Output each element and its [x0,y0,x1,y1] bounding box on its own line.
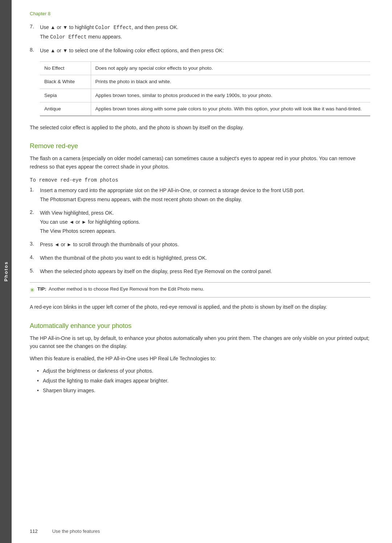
sidebar: Photos [0,0,12,543]
step-text: Press ◄ or ► to scroll through the thumb… [40,241,370,248]
step-text: When the thumbnail of the photo you want… [40,254,370,262]
table-option: Black & White [40,75,91,89]
step-7-number: 7. [30,24,37,42]
auto-enhance-para2: When this feature is enabled, the HP All… [30,354,370,362]
table-description: Does not apply any special color effects… [91,62,370,75]
step-7: 7. Use ▲ or ▼ to highlight Color Effect,… [30,24,370,42]
step-number: 4. [30,254,37,263]
step-number: 1. [30,187,37,205]
step-7-content: Use ▲ or ▼ to highlight Color Effect, an… [40,24,370,42]
table-row: Black & WhitePrints the photo in black a… [40,75,370,89]
footer-text: Use the photo features [52,528,100,534]
step-subtext2: The View Photos screen appears. [40,227,370,235]
bullet-list: Adjust the brightness or darkness of you… [37,367,370,394]
table-option: Sepia [40,89,91,102]
table-row: SepiaApplies brown tones, similar to pho… [40,89,370,102]
step-content: With View highlighted, press OK.You can … [40,209,370,236]
step-8-text: Use ▲ or ▼ to select one of the followin… [40,47,370,54]
tip-icon: ✳ [30,287,34,293]
list-item: Adjust the brightness or darkness of you… [37,367,370,375]
tip-box: ✳ TIP: Another method is to choose Red E… [30,282,370,297]
step-text: When the selected photo appears by itsel… [40,268,370,275]
step-8-number: 8. [30,47,37,56]
sidebar-label: Photos [3,261,9,281]
list-item: Adjust the lighting to make dark images … [37,377,370,385]
remove-redeye-subheading: To remove red-eye from photos [30,177,370,183]
remove-redeye-heading: Remove red-eye [30,142,370,150]
step-8-content: Use ▲ or ▼ to select one of the followin… [40,47,370,56]
step-number: 2. [30,209,37,236]
step-content: When the thumbnail of the photo you want… [40,254,370,263]
step-subtext1: You can use ◄ or ► for highlighting opti… [40,218,370,226]
step-content: When the selected photo appears by itsel… [40,268,370,277]
color-effects-table: No EffectDoes not apply any special colo… [40,61,370,116]
step-number: 5. [30,268,37,277]
redeye-step-3: 3.Press ◄ or ► to scroll through the thu… [30,241,370,250]
step-content: Press ◄ or ► to scroll through the thumb… [40,241,370,250]
page-number: 112 [30,528,38,534]
step-number: 3. [30,241,37,250]
after-table-text: The selected color effect is applied to … [30,123,370,131]
redeye-step-2: 2.With View highlighted, press OK.You ca… [30,209,370,236]
step-subtext: The Photosmart Express menu appears, wit… [40,196,370,203]
step-7-text: Use ▲ or ▼ to highlight Color Effect, an… [40,24,370,32]
redeye-step-4: 4.When the thumbnail of the photo you wa… [30,254,370,263]
step-content: Insert a memory card into the appropriat… [40,187,370,205]
remove-redeye-intro: The flash on a camera (especially on old… [30,154,370,171]
step-8: 8. Use ▲ or ▼ to select one of the follo… [30,47,370,56]
table-option: No Effect [40,62,91,75]
tip-text: TIP: Another method is to choose Red Eye… [37,286,204,292]
main-content: Chapter 8 7. Use ▲ or ▼ to highlight Col… [12,0,392,543]
page-footer: 112 Use the photo features [30,528,370,534]
step-7-subtext: The Color Effect menu appears. [40,33,370,41]
table-description: Applies brown tones along with some pale… [91,102,370,116]
table-row: No EffectDoes not apply any special colo… [40,62,370,75]
table-description: Prints the photo in black and white. [91,75,370,89]
redeye-step-1: 1.Insert a memory card into the appropri… [30,187,370,205]
color-table-wrapper: No EffectDoes not apply any special colo… [40,61,370,116]
auto-enhance-heading: Automatically enhance your photos [30,322,370,330]
auto-enhance-para1: The HP All-in-One is set up, by default,… [30,334,370,350]
table-description: Applies brown tones, similar to photos p… [91,89,370,102]
list-item: Sharpen blurry images. [37,387,370,394]
chapter-header: Chapter 8 [30,11,370,16]
after-tip-text: A red-eye icon blinks in the upper left … [30,303,370,311]
redeye-step-5: 5.When the selected photo appears by its… [30,268,370,277]
tip-content: Another method is to choose Red Eye Remo… [49,286,204,292]
table-row: AntiqueApplies brown tones along with so… [40,102,370,116]
table-option: Antique [40,102,91,116]
step-text: With View highlighted, press OK. [40,209,370,217]
redeye-steps: 1.Insert a memory card into the appropri… [30,187,370,277]
step-text: Insert a memory card into the appropriat… [40,187,370,194]
